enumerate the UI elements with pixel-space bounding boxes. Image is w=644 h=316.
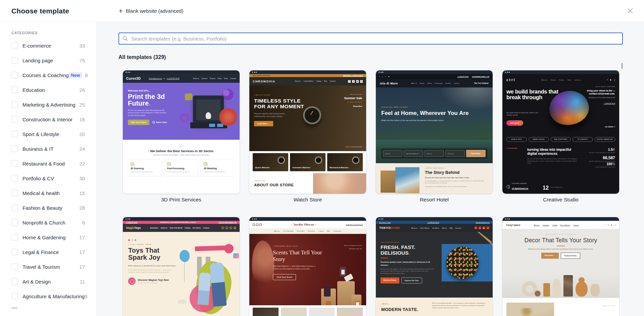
category-label: Medical & health (22, 190, 60, 196)
template-name: Watch Store (249, 197, 366, 203)
template-card-creative-studio[interactable]: ctrl About usServicesProjectsTeamContact… (502, 70, 619, 203)
preview-logo: ctrl (506, 78, 516, 82)
partial-checkbox (11, 307, 17, 309)
feature-card: 3D Scanning Capture details of your prod… (128, 159, 162, 176)
preview-logo: Isla di Mare (380, 82, 398, 85)
category-checkbox[interactable] (11, 145, 18, 152)
category-count: 17 (79, 264, 85, 270)
browser-chrome (376, 217, 493, 221)
category-filter-row[interactable]: Restaurant & Food 22 (0, 156, 96, 171)
category-checkbox[interactable] (11, 204, 18, 211)
close-button[interactable] (625, 5, 636, 17)
perfume-illustration (321, 272, 361, 305)
category-checkbox[interactable] (11, 278, 18, 285)
category-filter-row[interactable]: Home & Gardening 17 (0, 230, 96, 245)
template-card-jardin-obscur[interactable]: fo▪ - Jardin Obscur - jardinobscur@email… (249, 217, 366, 316)
category-list: E-commerce 33 Landing page 75 Courses & … (0, 38, 96, 304)
template-preview: fo▪ - Jardin Obscur - jardinobscur@email… (249, 217, 366, 316)
template-card-watch-store[interactable]: FREE SHIPPING FROM $30NEED HELP: +1 (555… (249, 70, 366, 203)
category-label: Art & Design (22, 279, 51, 285)
category-label: Home & Gardening (22, 235, 65, 240)
category-label: Agriculture & Manufacturing (22, 294, 85, 299)
preview-nav: About usServicesProjectsStepsNewsContact… (193, 78, 236, 79)
blank-website-button[interactable]: + Blank website (advanced) (119, 8, 183, 14)
category-label: Nonprofit & Church (22, 220, 65, 226)
social-icons: fo▶y (605, 224, 615, 226)
category-label: Marketing & Advertising (22, 102, 76, 108)
category-filter-row[interactable]: Business & IT 24 (0, 141, 96, 156)
booking-bar: LocationType placeholder textCheck-inChe… (381, 148, 487, 159)
book-now-button: Book Now (466, 150, 486, 157)
service-pill: BRAND DESIGN (529, 137, 549, 142)
preview-hero: we build brands that break through We gu… (506, 83, 615, 136)
category-filter-row[interactable]: Sport & Lifestyle 20 (0, 127, 96, 141)
category-label: Portfolio & CV (22, 176, 54, 181)
preview-cta: Shop Now → (541, 253, 559, 259)
category-filter-row[interactable]: Travel & Tourism 17 (0, 259, 96, 274)
template-card-tokyodash[interactable]: Open 8 am - 10 pm+1 (234) 567 89 00tokyo… (376, 217, 493, 316)
category-label: Restaurant & Food (22, 161, 65, 167)
social-icons: f▶y (607, 79, 615, 81)
browser-chrome (249, 217, 366, 221)
category-checkbox[interactable] (11, 190, 18, 196)
template-name: Resort Hotel (376, 197, 493, 203)
template-card-cozyspace[interactable]: CozySpace About usInspirationCatalogNews… (502, 217, 619, 316)
decor-photo (506, 303, 554, 316)
category-filter-row[interactable]: Landing page 75 (0, 53, 96, 68)
template-card-magictoys[interactable]: +1 (234) 567 89 90SHOWROOM: 123A EGREMON… (123, 217, 240, 316)
category-label: Education (22, 87, 45, 93)
social-icons: fo▪ (253, 224, 262, 226)
scrollbar-thumb[interactable] (622, 63, 623, 69)
preview-logo: MagicToys. (126, 226, 142, 230)
service-pill: MOBILE APPS (506, 137, 527, 142)
watch-icon (278, 156, 285, 164)
category-filter-row[interactable]: Agriculture & Manufacturing 9 (0, 289, 96, 304)
preview-logo: CozySpace (506, 224, 521, 227)
category-filter-row[interactable]: Legal & Finance 17 (0, 245, 96, 259)
category-checkbox[interactable] (11, 175, 18, 182)
category-checkbox[interactable] (11, 42, 18, 49)
category-filter-row[interactable]: Nonprofit & Church 6 (0, 215, 96, 230)
category-filter-row[interactable]: E-commerce 33 (0, 38, 96, 53)
dialog-header: Choose template + Blank website (advance… (0, 0, 644, 22)
category-checkbox[interactable] (11, 101, 18, 108)
category-filter-row[interactable]: Education 26 (0, 82, 96, 97)
category-filter-row[interactable]: Fashion & Beauty 28 (0, 200, 96, 215)
categories-sidebar: CATEGORIES E-commerce 33 Landing page 75 (0, 22, 97, 316)
category-filter-row[interactable]: Portfolio & CV 30 (0, 171, 96, 186)
service-pill: DIGITAL MARKETING (595, 137, 615, 142)
category-checkbox[interactable] (11, 57, 18, 64)
browser-chrome (502, 70, 619, 74)
category-count: 17 (79, 249, 85, 255)
template-card-3d-print-services[interactable]: Curve3D 3d.print@email.com+1 (234) 567 8… (123, 70, 240, 203)
preview-hero: - PERFUMES WITH SOUL - Scents That Tell … (249, 234, 366, 305)
category-filter-row[interactable]: Courses & Coaching New 8 (0, 68, 96, 82)
category-count: 33 (79, 43, 85, 49)
category-filter-row[interactable]: Art & Design 11 (0, 274, 96, 289)
preview-cta: let's work (506, 120, 523, 126)
category-filter-row[interactable]: Medical & health 15 (0, 186, 96, 200)
category-checkbox[interactable] (11, 131, 18, 137)
social-icons: fyo▶ (379, 76, 389, 77)
category-checkbox[interactable] (11, 86, 18, 93)
preview-logo: TOKYODASH (379, 226, 400, 230)
category-checkbox[interactable] (11, 72, 18, 78)
category-checkbox[interactable] (11, 160, 18, 167)
category-checkbox[interactable] (11, 116, 18, 123)
template-preview: ctrl About usServicesProjectsTeamContact… (502, 70, 619, 194)
category-filter-row[interactable]: Marketing & Advertising 25 (0, 97, 96, 112)
feature-icon (204, 162, 207, 166)
category-checkbox[interactable] (11, 219, 18, 226)
category-filter-row[interactable]: Construction & Interior 16 (0, 112, 96, 127)
sushi-illustration (442, 244, 493, 281)
blank-website-label: Blank website (advanced) (126, 8, 184, 14)
search-input[interactable] (118, 33, 623, 45)
category-label: Courses & Coaching (22, 72, 69, 78)
category-count: 11 (80, 279, 85, 285)
category-checkbox[interactable] (11, 293, 18, 300)
template-card-resort-hotel[interactable]: fyo▶ +1 (234) 567 89 90ISLADIMARE@EMAIL.… (376, 70, 493, 203)
category-checkbox[interactable] (11, 263, 18, 270)
search-bar (118, 33, 623, 45)
category-checkbox[interactable] (11, 234, 18, 241)
category-checkbox[interactable] (11, 249, 18, 255)
